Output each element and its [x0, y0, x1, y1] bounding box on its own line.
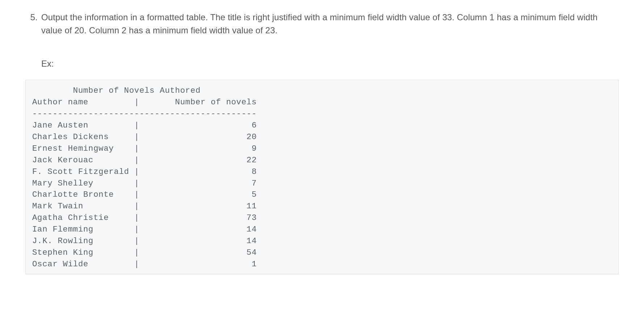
step-number: 5. — [25, 11, 41, 24]
instruction-step: 5. Output the information in a formatted… — [25, 11, 619, 37]
page-content: 5. Output the information in a formatted… — [0, 0, 644, 274]
step-text: Output the information in a formatted ta… — [41, 11, 619, 37]
formatted-table-output: Number of Novels Authored Author name | … — [25, 80, 619, 274]
example-label: Ex: — [41, 57, 619, 70]
